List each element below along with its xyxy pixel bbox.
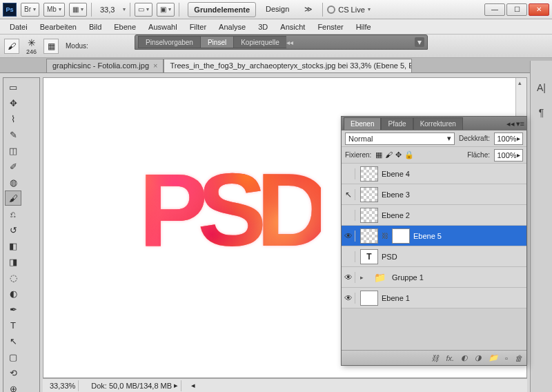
workspace-design[interactable]: Design — [260, 2, 295, 17]
blendmode-select[interactable]: Normal▾ — [345, 133, 455, 145]
panel-collapse-icon[interactable]: ◂◂ — [506, 119, 515, 128]
maximize-button[interactable]: ☐ — [506, 3, 527, 16]
new-group-icon[interactable]: 📁 — [489, 353, 498, 362]
visibility-toggle[interactable] — [344, 168, 355, 179]
arrange-dropdown[interactable]: ▭ — [135, 3, 152, 17]
layer-name[interactable]: PSD — [382, 253, 397, 261]
workspace-more[interactable]: ≫ — [299, 2, 318, 17]
brush-preset[interactable]: ✳ 246 — [26, 37, 37, 55]
adjustment-layer-icon[interactable]: ◑ — [475, 353, 482, 362]
layer-name[interactable]: Ebene 1 — [382, 294, 410, 302]
lasso-tool[interactable]: ⌇ — [5, 111, 21, 126]
menu-filter[interactable]: Filter — [184, 21, 212, 33]
blur-tool[interactable]: ◌ — [5, 270, 21, 285]
tab-pfade[interactable]: Pfade — [381, 117, 413, 130]
3d-camera-tool[interactable]: ⊕ — [5, 381, 21, 392]
layer-name[interactable]: Ebene 3 — [382, 190, 410, 199]
layer-thumb[interactable] — [360, 187, 378, 202]
type-tool[interactable]: T — [5, 317, 21, 333]
close-tab-icon[interactable]: × — [153, 61, 157, 70]
status-scroll-left[interactable]: ◂ — [191, 381, 195, 390]
eyedropper-tool[interactable]: ✐ — [5, 159, 21, 174]
zoom-value[interactable]: 33,3 — [96, 6, 119, 14]
stamp-tool[interactable]: ⎌ — [5, 206, 21, 222]
layer-row[interactable]: Ebene 4 — [342, 164, 526, 184]
new-layer-icon[interactable]: ▫ — [505, 354, 508, 362]
layer-name[interactable]: Ebene 2 — [382, 211, 410, 219]
eraser-tool[interactable]: ◧ — [5, 238, 21, 253]
layer-thumb[interactable] — [360, 166, 378, 182]
link-icon[interactable]: ⛓ — [382, 232, 388, 239]
layers-panel[interactable]: Ebenen Pfade Korrekturen ◂◂ ▾≡ Normal▾ D… — [341, 116, 527, 366]
panel-collapse-icon[interactable]: ◂◂ — [286, 39, 293, 46]
layer-row[interactable]: 👁 ⛓ Ebene 5 — [342, 226, 526, 246]
menu-datei[interactable]: Datei — [4, 21, 33, 33]
tab-ebenen[interactable]: Ebenen — [344, 117, 381, 130]
history-brush-tool[interactable]: ↺ — [5, 222, 21, 237]
layer-thumb[interactable] — [360, 291, 378, 306]
brush-subpanel[interactable]: Pinselvorgaben Pinsel Kopierquelle ◂◂ ▾ — [135, 35, 428, 50]
visibility-toggle[interactable]: 👁 — [344, 293, 355, 304]
layer-mask-icon[interactable]: ◐ — [461, 353, 468, 362]
menu-bild[interactable]: Bild — [83, 21, 107, 33]
crop-tool[interactable]: ◫ — [5, 143, 21, 158]
menu-bearbeiten[interactable]: Bearbeiten — [34, 21, 82, 33]
opacity-input[interactable]: 100%▸ — [494, 133, 523, 145]
move-tool[interactable]: ▭ — [5, 79, 21, 95]
document-tab-1[interactable]: graphicsinc - Fotolia.com.jpg × — [46, 59, 164, 72]
panel-menu-icon[interactable]: ▾≡ — [516, 119, 524, 128]
tab-kopierquelle[interactable]: Kopierquelle — [233, 36, 286, 48]
folder-icon[interactable]: 📁 — [371, 270, 388, 285]
layer-row[interactable]: ↖ Ebene 3 — [342, 184, 526, 205]
zoom-dropdown-icon[interactable]: ▾ — [123, 6, 126, 12]
brush-tool[interactable]: 🖌 — [5, 190, 21, 206]
tab-pinsel[interactable]: Pinsel — [200, 36, 233, 48]
menu-3d[interactable]: 3D — [253, 21, 273, 33]
menu-ebene[interactable]: Ebene — [108, 21, 141, 33]
text-layer-thumb[interactable]: T — [360, 249, 378, 264]
gradient-tool[interactable]: ◨ — [5, 254, 21, 269]
visibility-toggle[interactable]: 👁 — [344, 231, 355, 242]
layer-mask-thumb[interactable] — [392, 228, 410, 244]
status-docinfo[interactable]: Dok: 50,0 MB/134,8 MB ▸ — [88, 380, 181, 391]
shape-tool[interactable]: ▢ — [5, 349, 21, 364]
character-panel-icon[interactable]: A| — [534, 80, 549, 95]
screenmode-dropdown[interactable]: ▣ — [157, 3, 175, 17]
status-zoom[interactable]: 33,33% — [47, 380, 79, 391]
layer-name[interactable]: Ebene 4 — [382, 170, 410, 178]
dodge-tool[interactable]: ◐ — [5, 286, 21, 301]
lock-all-icon[interactable]: 🔒 — [404, 150, 414, 159]
tab-pinselvorgaben[interactable]: Pinselvorgaben — [138, 36, 200, 48]
layer-row[interactable]: 👁 Ebene 1 — [342, 288, 526, 308]
minibridge-button[interactable]: Mb — [43, 3, 65, 17]
lock-transparency-icon[interactable]: ▦ — [375, 150, 382, 159]
quickselect-tool[interactable]: ✎ — [5, 127, 21, 142]
layer-name[interactable]: Gruppe 1 — [392, 273, 424, 282]
panel-menu-button[interactable]: ▾ — [415, 37, 424, 47]
layer-row[interactable]: 👁 ▸ 📁 Gruppe 1 — [342, 267, 526, 288]
layer-row[interactable]: T PSD — [342, 246, 526, 267]
tool-preset-icon[interactable]: 🖌 — [4, 39, 19, 54]
menu-hilfe[interactable]: Hilfe — [351, 21, 377, 33]
menu-ansicht[interactable]: Ansicht — [275, 21, 310, 33]
menu-fenster[interactable]: Fenster — [312, 21, 348, 33]
menu-analyse[interactable]: Analyse — [213, 21, 251, 33]
layer-fx-icon[interactable]: fx. — [446, 354, 454, 362]
lock-pixels-icon[interactable]: 🖌 — [385, 150, 393, 159]
document-tab-2[interactable]: Trees_in_the_fog3_by_archaeopteryx_stock… — [164, 59, 412, 72]
layer-thumb[interactable] — [360, 228, 378, 244]
visibility-toggle[interactable] — [344, 210, 355, 221]
healing-tool[interactable]: ◍ — [5, 175, 21, 190]
cslive-button[interactable]: CS Live ▾ — [327, 6, 371, 14]
bridge-button[interactable]: Br — [21, 3, 39, 17]
paragraph-panel-icon[interactable]: ¶ — [534, 105, 549, 120]
minimize-button[interactable]: — — [484, 3, 505, 16]
tab-korrekturen[interactable]: Korrekturen — [413, 117, 463, 130]
layer-name[interactable]: Ebene 5 — [413, 232, 442, 240]
visibility-toggle[interactable]: 👁 — [344, 272, 355, 283]
layer-thumb[interactable] — [360, 208, 378, 223]
brush-panel-toggle[interactable]: ▦ — [43, 39, 59, 54]
close-button[interactable]: ✕ — [529, 3, 549, 16]
group-expand-icon[interactable]: ▸ — [360, 274, 367, 281]
3d-tool[interactable]: ⟲ — [5, 365, 21, 380]
